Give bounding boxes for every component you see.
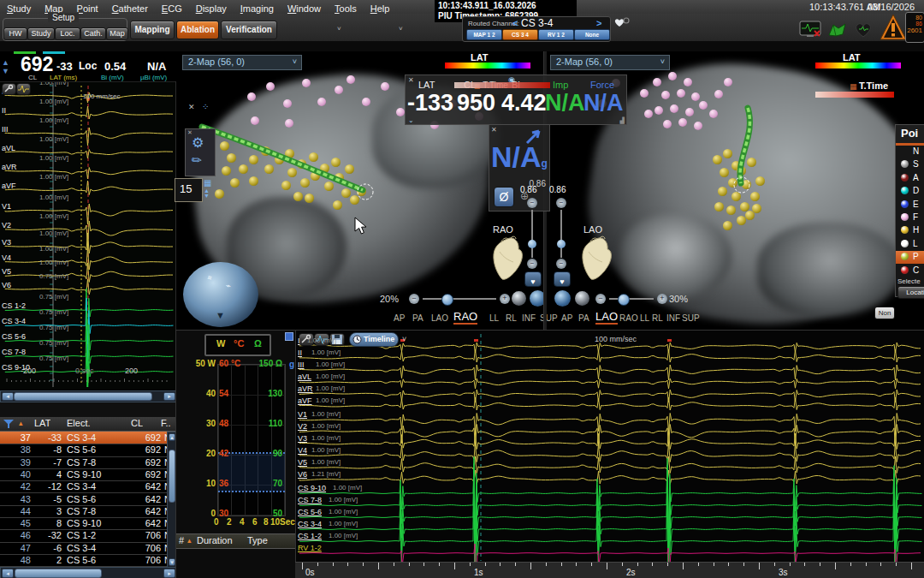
temp-unit[interactable]: °C: [234, 338, 244, 349]
table-row[interactable]: 443CS 7-8642N/A: [0, 505, 175, 518]
channel-button-none[interactable]: None: [574, 29, 610, 40]
close-icon[interactable]: ✕: [408, 76, 414, 84]
point-tag-c[interactable]: C: [896, 265, 924, 277]
mesh-stepper[interactable]: ▲▼: [204, 188, 210, 199]
right-map-orientation-ll[interactable]: LL: [640, 313, 649, 323]
close-icon[interactable]: ✕: [491, 126, 497, 134]
ecg-tools-button[interactable]: [2, 83, 16, 95]
map-move-icon[interactable]: ⁘: [202, 102, 209, 111]
point-tag-p[interactable]: P: [896, 251, 924, 264]
gear-icon[interactable]: ⚙: [192, 134, 204, 151]
table-row[interactable]: 39-7CS 7-8692N/A: [0, 456, 175, 469]
ablation-panel-icon[interactable]: [285, 332, 293, 341]
right-map-slider-thumb[interactable]: [557, 240, 566, 248]
menu-window[interactable]: Window: [281, 3, 328, 14]
mode-button-ablation[interactable]: Ablation: [176, 21, 219, 39]
channel-button-rv-1-2[interactable]: RV 1 2: [538, 29, 574, 40]
map-close-icon[interactable]: ✕: [188, 103, 195, 111]
prev-channel-arrow[interactable]: <: [512, 18, 518, 28]
left-map-orientation-pa[interactable]: PA: [412, 313, 424, 323]
menu-imaging[interactable]: Imaging: [234, 3, 281, 14]
point-tag-h[interactable]: H: [896, 224, 924, 237]
left-map-heart-button[interactable]: ♥: [524, 271, 542, 287]
zoom-slider-track[interactable]: [609, 298, 654, 300]
menu-catheter[interactable]: Catheter: [105, 3, 155, 14]
table-row[interactable]: 42-12CS 3-4642N/A: [0, 480, 175, 493]
abl-col-duration[interactable]: Duration: [197, 535, 233, 545]
left-map-slider-thumb[interactable]: [528, 240, 536, 248]
table-row[interactable]: 404CS 9-10692N/A: [0, 468, 175, 481]
zoom-out-button[interactable]: −: [409, 294, 419, 304]
force-panel[interactable]: ✕ N/Ag 0.86 Ø ⊕: [489, 124, 550, 212]
table-row[interactable]: 37-33CS 3-4692N/A: [0, 432, 175, 444]
table-row[interactable]: 46-32CS 1-2706N/A: [0, 529, 175, 542]
right-map-orientation-ap[interactable]: AP: [561, 313, 572, 323]
view-globe-button[interactable]: [554, 290, 571, 307]
setup-button-cath[interactable]: Cath.: [80, 27, 106, 40]
table-row[interactable]: 458CS 9-10642N/A: [0, 517, 175, 530]
left-map-orientation-ap[interactable]: AP: [394, 313, 405, 323]
filter-icon[interactable]: [3, 419, 15, 429]
location-button[interactable]: Locati: [897, 286, 924, 299]
navigation-dropdown-arrow[interactable]: ˅: [337, 25, 341, 33]
menu-display[interactable]: Display: [189, 3, 234, 14]
timeline-button[interactable]: Timeline: [349, 332, 399, 347]
orientation-compass[interactable]: ⌖⌁▼: [183, 262, 258, 327]
left-map-slider-track[interactable]: [531, 210, 533, 258]
left-map-orientation-lao[interactable]: LAO: [431, 313, 448, 323]
col-elect[interactable]: Elect.: [67, 418, 91, 428]
point-tag-e[interactable]: E: [896, 199, 924, 212]
abl-col-num[interactable]: #: [179, 535, 184, 545]
zoom-slider-track[interactable]: [423, 298, 496, 300]
grid-icon[interactable]: ▦: [204, 178, 211, 188]
point-tag-l[interactable]: L: [896, 238, 924, 251]
right-map-slider-track[interactable]: [560, 210, 562, 258]
zoom-out-button[interactable]: −: [595, 294, 606, 304]
lat-colorbar-left[interactable]: [445, 63, 530, 69]
point-table-hscroll[interactable]: ◂ ▸: [0, 567, 177, 578]
view-sphere-button[interactable]: [512, 291, 526, 306]
mode-button-verification[interactable]: Verification: [221, 21, 277, 39]
right-map-orientation-rl[interactable]: RL: [652, 313, 663, 323]
right-map-orientation-sup[interactable]: SUP: [682, 313, 700, 323]
measurement-spinner[interactable]: ▲▼: [2, 58, 9, 75]
left-map-orientation-inf[interactable]: INF: [522, 313, 536, 323]
snapshot-dropdown-arrow[interactable]: ˅: [399, 25, 403, 33]
point-tag-f[interactable]: F: [896, 212, 924, 224]
sort-asc-icon[interactable]: ▴: [187, 536, 192, 545]
table-row[interactable]: 43-5CS 5-6642N/A: [0, 493, 175, 506]
zero-force-button[interactable]: Ø: [494, 187, 514, 207]
left-map-slider-minus2[interactable]: −: [527, 259, 537, 269]
ecg-signal-button[interactable]: [16, 83, 31, 95]
table-row[interactable]: 47-6CS 3-4706N/A: [0, 542, 175, 555]
point-tag-a[interactable]: A: [896, 172, 924, 185]
left-map-slider-minus[interactable]: −: [527, 198, 537, 208]
resize-grip[interactable]: ▟: [620, 117, 625, 124]
right-map-orientation-pa[interactable]: PA: [578, 313, 589, 323]
right-map-orientation-inf[interactable]: INF: [666, 313, 680, 323]
menu-help[interactable]: Help: [364, 3, 397, 14]
left-map-orientation-rl[interactable]: RL: [506, 313, 517, 323]
zoom-slider-thumb[interactable]: [618, 294, 630, 306]
channel-button-map-1-2[interactable]: MAP 1 2: [466, 29, 502, 40]
setup-button-hw[interactable]: HW: [3, 27, 27, 40]
lower-limit-line[interactable]: [218, 491, 285, 492]
watts-unit[interactable]: W: [216, 338, 225, 349]
col-cl[interactable]: CL: [131, 418, 143, 428]
timeline-axis[interactable]: 0s1s2s3s: [295, 562, 924, 578]
setup-button-map[interactable]: Map: [106, 27, 128, 40]
mode-button-mapping[interactable]: Mapping: [130, 21, 175, 39]
point-tag-d[interactable]: D: [896, 185, 924, 198]
none-tag-button[interactable]: Non: [874, 307, 895, 319]
brush-icon[interactable]: ✎: [188, 152, 204, 169]
ttime-colorbar-right[interactable]: [815, 92, 894, 98]
point-tag-s[interactable]: S: [896, 158, 924, 171]
zoom-slider-thumb[interactable]: [441, 294, 453, 306]
next-channel-arrow[interactable]: >: [596, 18, 601, 28]
setup-button-loc[interactable]: Loc.: [55, 27, 80, 40]
right-map-slider-minus2[interactable]: −: [556, 259, 566, 269]
right-map-orientation-rao[interactable]: RAO: [619, 313, 638, 323]
setup-button-study[interactable]: Study: [27, 27, 55, 40]
right-map-orientation-lao[interactable]: LAO: [595, 310, 618, 325]
lat-colorbar-right[interactable]: [815, 63, 901, 69]
